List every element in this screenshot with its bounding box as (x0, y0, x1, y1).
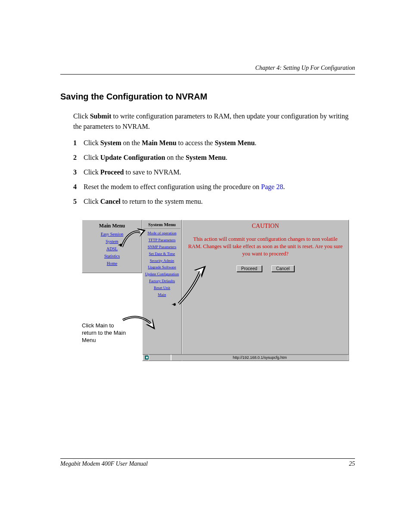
t: System Menu (186, 154, 226, 161)
main-menu-panel: Main Menu Easy Session System ADSL Stati… (82, 220, 142, 273)
proceed-button[interactable]: Proceed (237, 265, 262, 272)
sm-tftp[interactable]: TFTP Parameters (143, 238, 181, 243)
page-footer: Megabit Modem 400F User Manual 25 (60, 458, 355, 467)
system-menu-title: System Menu (143, 222, 181, 229)
step-num: 1 (73, 138, 84, 148)
caution-title: CAUTION (187, 223, 344, 230)
t: Reset the modem to effect configuration … (84, 183, 261, 190)
main-menu-adsl[interactable]: ADSL (84, 246, 140, 251)
main-menu-statistics[interactable]: Statistics (84, 254, 140, 258)
t: . (255, 139, 256, 146)
t: Update Configuration (100, 154, 165, 161)
svg-rect-1 (146, 357, 148, 358)
step-text: Click Cancel to return to the system men… (84, 196, 355, 207)
step-text: Reset the modem to effect configuration … (84, 182, 355, 192)
sm-datetime[interactable]: Set Date & Time (143, 252, 181, 256)
footer-page-number: 25 (349, 460, 355, 467)
screenshot-figure: Main Menu Easy Session System ADSL Stati… (82, 220, 349, 361)
status-url: http://192.168.0.1/sysupcfg.htm (171, 355, 349, 361)
sm-reset[interactable]: Reset Unit (143, 286, 181, 290)
step-5: 5 Click Cancel to return to the system m… (73, 196, 355, 207)
status-icon (143, 355, 149, 361)
t: to return to the system menu. (121, 198, 203, 205)
t: System Menu (215, 139, 255, 146)
intro-post: to write configuration parameters to RAM… (73, 112, 349, 130)
t: System (100, 139, 121, 146)
status-spacer (149, 355, 171, 361)
t: on the (121, 139, 142, 146)
step-2: 2 Click Update Configuration on the Syst… (73, 152, 355, 163)
caution-text: This action will commit your configurati… (187, 236, 344, 258)
t: Click (84, 168, 100, 176)
sm-factory[interactable]: Factory Defaults (143, 279, 181, 283)
section-title: Saving the Configuration to NVRAM (60, 92, 355, 102)
status-url-text: http://192.168.0.1/sysupcfg.htm (233, 355, 287, 360)
step-num: 4 (73, 182, 84, 192)
t: Click (84, 154, 100, 161)
t: . (283, 183, 285, 190)
cancel-button[interactable]: Cancel (271, 265, 294, 272)
sm-mode[interactable]: Mode of operation (143, 231, 181, 236)
annotation-click-main: Click Main to return to the Main Menu (82, 322, 129, 344)
t: to save to NVRAM. (124, 168, 181, 176)
sm-snmp[interactable]: SNMP Parameters (143, 245, 181, 249)
main-menu-system[interactable]: System (84, 239, 140, 244)
main-menu-title: Main Menu (84, 223, 140, 229)
step-num: 2 (73, 152, 84, 163)
sm-upgrade[interactable]: Upgrade Software (143, 265, 181, 270)
page-link[interactable]: Page 28 (261, 183, 283, 190)
t: on the (165, 154, 186, 161)
steps-list: 1 Click System on the Main Menu to acces… (73, 138, 355, 207)
t: Main Menu (142, 139, 176, 146)
t: Click (84, 139, 100, 146)
main-menu-home[interactable]: Home (84, 261, 140, 266)
footer-title: Megabit Modem 400F User Manual (60, 460, 148, 467)
t: Proceed (100, 168, 124, 176)
chapter-header: Chapter 4: Setting Up For Configuration (60, 65, 355, 75)
step-text: Click Proceed to save to NVRAM. (84, 167, 355, 177)
step-3: 3 Click Proceed to save to NVRAM. (73, 167, 355, 177)
system-menu-panel: System Menu Mode of operation TFTP Param… (142, 220, 182, 361)
step-1: 1 Click System on the Main Menu to acces… (73, 138, 355, 148)
sm-update-config[interactable]: Update Configuration (143, 272, 181, 277)
t: . (226, 154, 227, 161)
step-num: 3 (73, 167, 84, 177)
main-menu-easy-session[interactable]: Easy Session (84, 232, 140, 236)
sm-security[interactable]: Security Admin (143, 259, 181, 263)
step-num: 5 (73, 196, 84, 207)
step-4: 4 Reset the modem to effect configuratio… (73, 182, 355, 192)
intro-paragraph: Click Submit to write configuration para… (73, 111, 355, 132)
step-text: Click Update Configuration on the System… (84, 152, 355, 163)
step-text: Click System on the Main Menu to access … (84, 138, 355, 148)
sm-main[interactable]: Main (143, 293, 181, 297)
t: to access the (177, 139, 215, 146)
intro-submit: Submit (90, 112, 112, 120)
caution-panel: CAUTION This action will commit your con… (182, 220, 349, 361)
intro-pre: Click (73, 112, 90, 120)
t: Click (84, 198, 100, 205)
t: Cancel (100, 198, 121, 205)
